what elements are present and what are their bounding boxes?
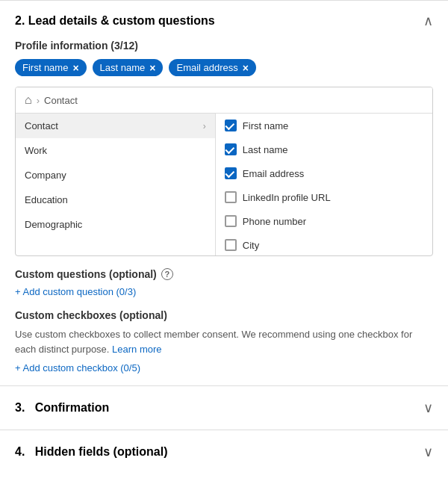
section-4-title: 4. Hidden fields (optional) bbox=[15, 445, 167, 459]
category-work[interactable]: Work bbox=[16, 138, 215, 163]
tag-first-name[interactable]: First name × bbox=[15, 59, 87, 76]
custom-questions-section: Custom questions (optional) ? + Add cust… bbox=[15, 268, 433, 297]
field-linkedin-url[interactable]: LinkedIn profile URL bbox=[216, 185, 432, 209]
field-first-name-checkbox[interactable] bbox=[225, 120, 237, 131]
custom-checkboxes-description: Use custom checkboxes to collect member … bbox=[15, 327, 433, 356]
learn-more-link[interactable]: Learn more bbox=[112, 344, 161, 355]
picker-breadcrumb: ⌂ › Contact bbox=[16, 87, 432, 114]
tag-last-name[interactable]: Last name × bbox=[93, 59, 164, 76]
field-linkedin-url-checkbox[interactable] bbox=[225, 191, 237, 203]
field-phone-number[interactable]: Phone number bbox=[216, 209, 432, 233]
section-2-header[interactable]: 2. Lead details & custom questions ∧ bbox=[15, 13, 433, 29]
field-first-name[interactable]: First name bbox=[216, 114, 432, 137]
field-last-name[interactable]: Last name bbox=[216, 137, 432, 161]
breadcrumb-separator: › bbox=[37, 95, 40, 106]
section-4: 4. Hidden fields (optional) ∨ bbox=[0, 430, 448, 474]
breadcrumb-home-icon[interactable]: ⌂ bbox=[25, 93, 32, 107]
breadcrumb-page: Contact bbox=[44, 95, 78, 106]
add-custom-checkbox-link[interactable]: + Add custom checkbox (0/5) bbox=[15, 362, 433, 373]
category-list: Contact › Work Company Education Demogra… bbox=[16, 114, 216, 255]
section-3-chevron[interactable]: ∨ bbox=[423, 400, 433, 416]
field-email-address-checkbox[interactable] bbox=[225, 167, 237, 179]
tag-email-address[interactable]: Email address × bbox=[169, 59, 256, 76]
field-city[interactable]: City bbox=[216, 233, 432, 255]
field-phone-number-checkbox[interactable] bbox=[225, 215, 237, 227]
field-email-address[interactable]: Email address bbox=[216, 161, 432, 185]
tag-email-address-remove[interactable]: × bbox=[243, 63, 249, 73]
field-last-name-checkbox[interactable] bbox=[225, 143, 237, 155]
section-2: 2. Lead details & custom questions ∧ Pro… bbox=[0, 0, 448, 385]
section-4-header[interactable]: 4. Hidden fields (optional) ∨ bbox=[15, 444, 433, 460]
section-4-chevron[interactable]: ∨ bbox=[423, 444, 433, 460]
section-2-title: 2. Lead details & custom questions bbox=[15, 14, 215, 28]
custom-checkboxes-section: Custom checkboxes (optional) Use custom … bbox=[15, 309, 433, 373]
profile-info-label: Profile information (3/12) bbox=[15, 40, 433, 52]
tags-row: First name × Last name × Email address × bbox=[15, 59, 433, 76]
section-3-title: 3. Confirmation bbox=[15, 401, 109, 415]
tag-first-name-remove[interactable]: × bbox=[72, 63, 78, 73]
category-demographic[interactable]: Demographic bbox=[16, 212, 215, 237]
add-custom-question-link[interactable]: + Add custom question (0/3) bbox=[15, 286, 433, 297]
category-contact-arrow: › bbox=[203, 121, 206, 131]
custom-questions-label: Custom questions (optional) ? bbox=[15, 268, 433, 280]
category-contact[interactable]: Contact › bbox=[16, 114, 215, 138]
field-city-checkbox[interactable] bbox=[225, 239, 237, 251]
custom-questions-info-icon[interactable]: ? bbox=[161, 268, 173, 280]
category-company[interactable]: Company bbox=[16, 163, 215, 187]
category-education[interactable]: Education bbox=[16, 187, 215, 212]
field-list: First name Last name Email address Linke… bbox=[216, 114, 432, 255]
section-3: 3. Confirmation ∨ bbox=[0, 385, 448, 430]
section-2-chevron[interactable]: ∧ bbox=[423, 13, 433, 29]
tag-last-name-remove[interactable]: × bbox=[149, 63, 155, 73]
field-picker: ⌂ › Contact Contact › Work Company Educa… bbox=[15, 87, 433, 256]
picker-body: Contact › Work Company Education Demogra… bbox=[16, 114, 432, 255]
section-3-header[interactable]: 3. Confirmation ∨ bbox=[15, 400, 433, 416]
custom-checkboxes-label: Custom checkboxes (optional) bbox=[15, 309, 433, 321]
